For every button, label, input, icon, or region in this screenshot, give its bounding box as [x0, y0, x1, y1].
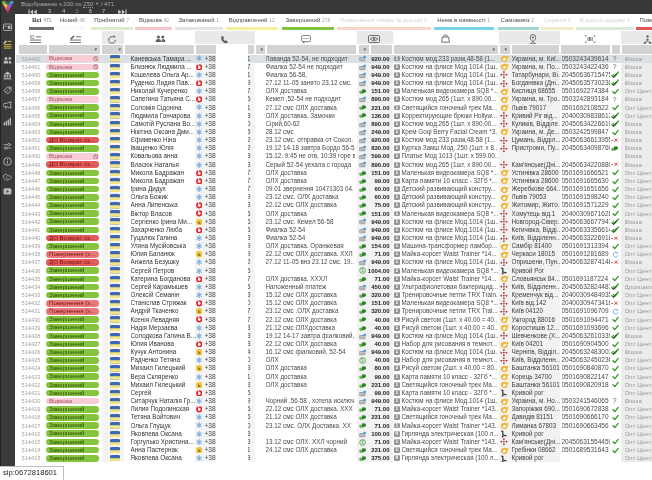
svg-text:lc: lc [197, 350, 200, 355]
svg-text:lc: lc [197, 383, 200, 388]
svg-text:$: $ [361, 440, 364, 445]
svg-text:lc: lc [197, 252, 200, 257]
svg-text:lc: lc [197, 309, 200, 314]
svg-text:lc: lc [197, 366, 200, 371]
svg-text:lc: lc [197, 448, 200, 453]
svg-text:$: $ [361, 269, 364, 274]
svg-text:lc: lc [197, 219, 200, 224]
svg-text:$: $ [361, 358, 364, 363]
